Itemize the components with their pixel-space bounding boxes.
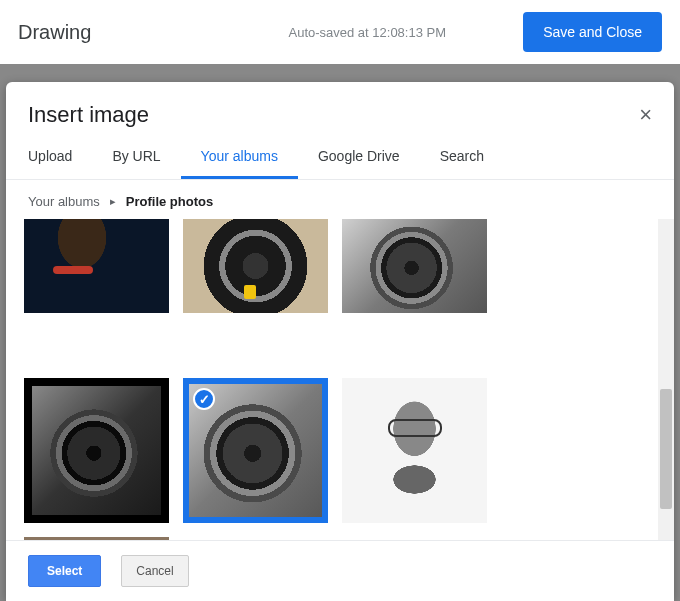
- photo-thumb[interactable]: [24, 378, 169, 523]
- autosave-status: Auto-saved at 12:08:13 PM: [288, 25, 446, 40]
- photo-thumb[interactable]: [183, 219, 328, 313]
- photo-thumb[interactable]: [342, 219, 487, 313]
- photo-thumb[interactable]: [24, 537, 169, 540]
- breadcrumb: Your albums ▸ Profile photos: [6, 180, 674, 219]
- breadcrumb-current: Profile photos: [126, 194, 213, 209]
- grid-spacer: [501, 219, 646, 313]
- grid-spacer: [501, 378, 646, 523]
- save-and-close-button[interactable]: Save and Close: [523, 12, 662, 52]
- photo-thumb-selected[interactable]: ✓: [183, 378, 328, 523]
- drawing-topbar: Drawing Auto-saved at 12:08:13 PM Save a…: [0, 0, 680, 64]
- modal-footer: Select Cancel: [6, 540, 674, 601]
- cancel-button[interactable]: Cancel: [121, 555, 188, 587]
- photo-thumb[interactable]: [342, 378, 487, 523]
- photo-thumb[interactable]: [24, 219, 169, 313]
- photo-grid: ✓: [6, 219, 658, 540]
- close-icon[interactable]: ×: [639, 102, 652, 128]
- modal-title: Insert image: [28, 102, 149, 128]
- checkmark-icon: ✓: [193, 388, 215, 410]
- insert-image-modal: Insert image × Upload By URL Your albums…: [6, 82, 674, 601]
- tab-by-url[interactable]: By URL: [92, 138, 180, 179]
- tab-upload[interactable]: Upload: [28, 138, 92, 179]
- drawing-title: Drawing: [18, 21, 91, 44]
- chevron-right-icon: ▸: [110, 195, 116, 208]
- scrollbar-thumb[interactable]: [660, 389, 672, 509]
- tab-search[interactable]: Search: [420, 138, 504, 179]
- scrollbar[interactable]: [658, 219, 674, 540]
- modal-tabs: Upload By URL Your albums Google Drive S…: [6, 138, 674, 180]
- tab-your-albums[interactable]: Your albums: [181, 138, 298, 179]
- tab-google-drive[interactable]: Google Drive: [298, 138, 420, 179]
- content-area: ✓: [6, 219, 674, 540]
- breadcrumb-root[interactable]: Your albums: [28, 194, 100, 209]
- select-button[interactable]: Select: [28, 555, 101, 587]
- modal-header: Insert image ×: [6, 82, 674, 138]
